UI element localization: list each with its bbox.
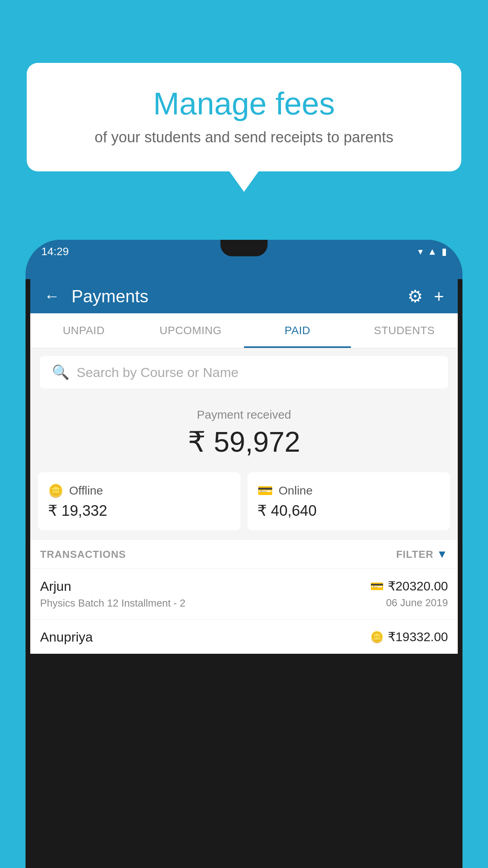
tab-upcoming[interactable]: UPCOMING [137, 313, 244, 348]
transaction-amount: ₹20320.00 [388, 579, 448, 594]
transaction-name: Anupriya [40, 629, 370, 645]
card-icon: 💳 [370, 580, 384, 593]
phone-top: 14:29 ▾ ▲ ▮ [26, 240, 462, 279]
battery-icon: ▮ [442, 246, 447, 257]
offline-card: 🪙 Offline ₹ 19,332 [38, 472, 240, 530]
status-icons: ▾ ▲ ▮ [418, 246, 447, 257]
transaction-right: 🪙 ₹19332.00 [370, 629, 448, 647]
payment-amount: ₹ 59,972 [38, 425, 450, 458]
tab-students[interactable]: STUDENTS [351, 313, 458, 348]
transaction-left: Arjun Physics Batch 12 Installment - 2 [40, 579, 370, 609]
transactions-label: TRANSACTIONS [40, 548, 126, 561]
online-card-header: 💳 Online [257, 483, 440, 498]
app-header: ← Payments ⚙ + [30, 279, 458, 313]
phone-notch [220, 240, 268, 256]
offline-amount: ₹ 19,332 [48, 502, 231, 519]
wifi-icon: ▾ [418, 246, 423, 257]
header-icons: ⚙ + [407, 286, 444, 306]
filter-icon: ▼ [437, 548, 448, 561]
settings-icon[interactable]: ⚙ [407, 286, 423, 306]
cash-icon: 🪙 [370, 631, 384, 644]
search-container: 🔍 Search by Course or Name [30, 348, 458, 396]
offline-label: Offline [69, 484, 103, 497]
filter-button[interactable]: FILTER ▼ [396, 548, 448, 561]
online-card: 💳 Online ₹ 40,640 [248, 472, 450, 530]
phone-frame: 14:29 ▾ ▲ ▮ ← Payments ⚙ + UNPAID UPCOMI… [26, 240, 462, 868]
filter-label: FILTER [396, 548, 433, 561]
app-screen: ← Payments ⚙ + UNPAID UPCOMING PAID STUD… [30, 279, 458, 654]
transaction-amount-row: 🪙 ₹19332.00 [370, 629, 448, 644]
tab-unpaid[interactable]: UNPAID [30, 313, 137, 348]
transaction-date: 06 June 2019 [370, 597, 448, 609]
page-title: Payments [72, 287, 396, 306]
back-button[interactable]: ← [44, 287, 60, 305]
online-icon: 💳 [257, 483, 273, 498]
status-time: 14:29 [41, 245, 69, 258]
online-amount: ₹ 40,640 [257, 502, 440, 519]
add-icon[interactable]: + [434, 287, 444, 306]
signal-icon: ▲ [427, 246, 437, 257]
search-input[interactable]: Search by Course or Name [77, 365, 238, 380]
tabs: UNPAID UPCOMING PAID STUDENTS [30, 313, 458, 348]
speech-bubble: Manage fees of your students and send re… [27, 63, 461, 171]
search-icon: 🔍 [52, 364, 70, 381]
table-row[interactable]: Arjun Physics Batch 12 Installment - 2 💳… [30, 568, 458, 619]
transaction-left: Anupriya [40, 629, 370, 648]
table-row[interactable]: Anupriya 🪙 ₹19332.00 [30, 619, 458, 654]
transaction-name: Arjun [40, 579, 370, 594]
offline-icon: 🪙 [48, 483, 64, 498]
transaction-amount: ₹19332.00 [388, 629, 448, 644]
transaction-amount-row: 💳 ₹20320.00 [370, 579, 448, 594]
bubble-subtitle: of your students and send receipts to pa… [46, 129, 442, 146]
tab-paid[interactable]: PAID [244, 313, 351, 348]
offline-card-header: 🪙 Offline [48, 483, 231, 498]
transaction-right: 💳 ₹20320.00 06 June 2019 [370, 579, 448, 609]
payment-label: Payment received [38, 408, 450, 421]
payment-summary: Payment received ₹ 59,972 [30, 396, 458, 472]
transaction-detail: Physics Batch 12 Installment - 2 [40, 597, 370, 609]
online-label: Online [279, 484, 313, 497]
search-bar[interactable]: 🔍 Search by Course or Name [40, 356, 448, 388]
payment-cards: 🪙 Offline ₹ 19,332 💳 Online ₹ 40,640 [30, 472, 458, 540]
transactions-header: TRANSACTIONS FILTER ▼ [30, 540, 458, 568]
bubble-title: Manage fees [46, 86, 442, 121]
